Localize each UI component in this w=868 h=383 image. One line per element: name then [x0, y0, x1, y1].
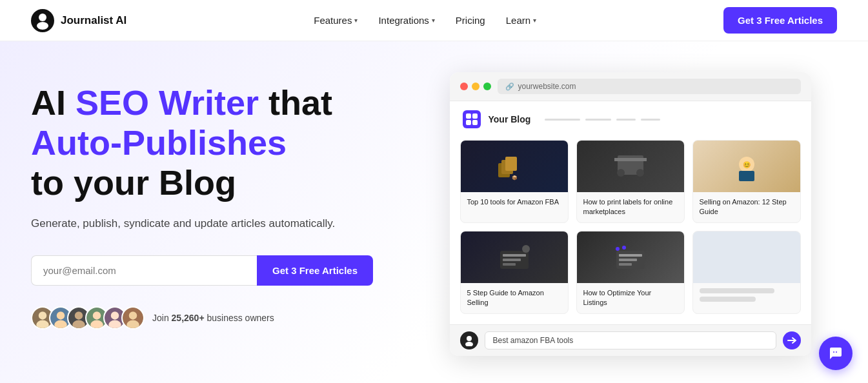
chevron-down-icon: ▾	[432, 17, 435, 24]
article-title: Selling on Amazon: 12 Step Guide	[693, 192, 800, 222]
avatar	[121, 306, 145, 329]
article-card[interactable]: 📦 Top 10 tools for Amazon FBA	[460, 140, 569, 223]
article-card[interactable]: How to print labels for online marketpla…	[576, 140, 685, 223]
article-title: How to Optimize Your Listings	[577, 283, 684, 313]
article-card[interactable]: 😊 Selling on Amazon: 12 Step Guide	[692, 140, 801, 223]
article-card[interactable]: 5 Step Guide to Amazon Selling	[460, 231, 569, 314]
chevron-down-icon: ▾	[354, 17, 358, 24]
svg-point-2	[37, 22, 48, 30]
hero-form: Get 3 Free Articles	[31, 255, 373, 286]
navbar: Journalist AI Features ▾ Integrations ▾ …	[0, 0, 868, 41]
logo-icon	[31, 9, 54, 32]
chat-input[interactable]: Best amazon FBA tools	[485, 331, 776, 349]
browser-dots	[460, 83, 491, 90]
avatar-group	[31, 306, 145, 329]
svg-text:📦: 📦	[511, 175, 517, 181]
svg-point-19	[129, 311, 137, 319]
logo[interactable]: Journalist AI	[31, 9, 126, 32]
hero-cta-button[interactable]: Get 3 Free Articles	[257, 255, 373, 286]
hero-right: 🔗 yourwebsite.com Your Blog	[392, 72, 837, 356]
article-image-placeholder	[693, 231, 800, 283]
svg-point-41	[616, 247, 620, 251]
svg-point-7	[57, 311, 65, 319]
browser-dot-maximize	[483, 83, 491, 90]
article-image	[577, 231, 684, 283]
blog-header: Your Blog	[450, 101, 811, 135]
article-image	[577, 141, 684, 192]
article-card-empty	[692, 231, 801, 314]
svg-point-13	[93, 311, 101, 319]
hero-section: AI SEO Writer that Auto-Publishes to you…	[0, 41, 868, 383]
link-icon: 🔗	[505, 83, 514, 91]
blog-nav-lines	[545, 119, 660, 121]
nav-cta-button[interactable]: Get 3 Free Articles	[723, 7, 837, 34]
svg-rect-40	[619, 263, 632, 266]
svg-point-36	[522, 245, 530, 253]
article-title: 5 Step Guide to Amazon Selling	[461, 283, 568, 313]
svg-rect-30	[739, 171, 754, 181]
nav-line	[641, 119, 660, 121]
articles-grid: 📦 Top 10 tools for Amazon FBA How to pri…	[450, 135, 811, 324]
svg-point-16	[111, 311, 119, 319]
chat-send-button[interactable]	[783, 331, 801, 349]
svg-rect-26	[614, 158, 647, 161]
svg-rect-23	[505, 157, 517, 171]
svg-point-43	[467, 336, 472, 341]
svg-rect-38	[619, 254, 642, 257]
nav-line	[545, 119, 580, 121]
nav-features[interactable]: Features ▾	[314, 15, 358, 26]
nav-learn[interactable]: Learn ▾	[506, 15, 536, 26]
nav-line	[616, 119, 636, 121]
browser-dot-close	[460, 83, 468, 90]
svg-point-44	[465, 342, 473, 346]
chat-avatar	[460, 331, 478, 349]
blog-name: Your Blog	[489, 114, 531, 124]
svg-point-27	[617, 169, 625, 177]
floating-chat-button[interactable]	[819, 337, 853, 370]
blog-logo	[463, 110, 481, 128]
svg-rect-33	[503, 254, 526, 257]
hero-social-proof: Join 25,260+ business owners	[31, 306, 392, 329]
nav-line	[585, 119, 611, 121]
nav-links: Features ▾ Integrations ▾ Pricing Learn …	[314, 15, 536, 26]
email-input[interactable]	[31, 255, 257, 286]
svg-rect-39	[619, 259, 637, 261]
article-card[interactable]: How to Optimize Your Listings	[576, 231, 685, 314]
hero-title: AI SEO Writer that Auto-Publishes to you…	[31, 83, 392, 202]
article-title: How to print labels for online marketpla…	[577, 192, 684, 222]
chat-bar: Best amazon FBA tools	[450, 324, 811, 356]
svg-point-1	[39, 14, 46, 21]
article-title-placeholder	[693, 283, 800, 310]
nav-integrations[interactable]: Integrations ▾	[378, 15, 434, 26]
svg-point-42	[622, 246, 626, 250]
browser-mockup: 🔗 yourwebsite.com Your Blog	[450, 72, 811, 356]
chevron-down-icon: ▾	[533, 17, 536, 24]
article-image: 📦	[461, 141, 568, 192]
svg-point-4	[39, 311, 46, 319]
nav-pricing[interactable]: Pricing	[456, 15, 485, 26]
social-proof-text: Join 25,260+ business owners	[152, 313, 274, 323]
article-image: 😊	[693, 141, 800, 192]
hero-left: AI SEO Writer that Auto-Publishes to you…	[31, 72, 392, 329]
svg-point-28	[636, 169, 644, 177]
svg-point-10	[75, 311, 83, 319]
article-title: Top 10 tools for Amazon FBA	[461, 192, 568, 212]
hero-subtitle: Generate, publish, syndicate and update …	[31, 215, 392, 232]
article-image	[461, 231, 568, 283]
svg-rect-34	[503, 259, 521, 261]
browser-url-bar[interactable]: 🔗 yourwebsite.com	[498, 79, 801, 94]
browser-bar: 🔗 yourwebsite.com	[450, 72, 811, 101]
logo-text: Journalist AI	[61, 14, 126, 27]
svg-text:😊: 😊	[743, 161, 751, 169]
browser-dot-minimize	[472, 83, 479, 90]
svg-rect-35	[503, 263, 516, 266]
